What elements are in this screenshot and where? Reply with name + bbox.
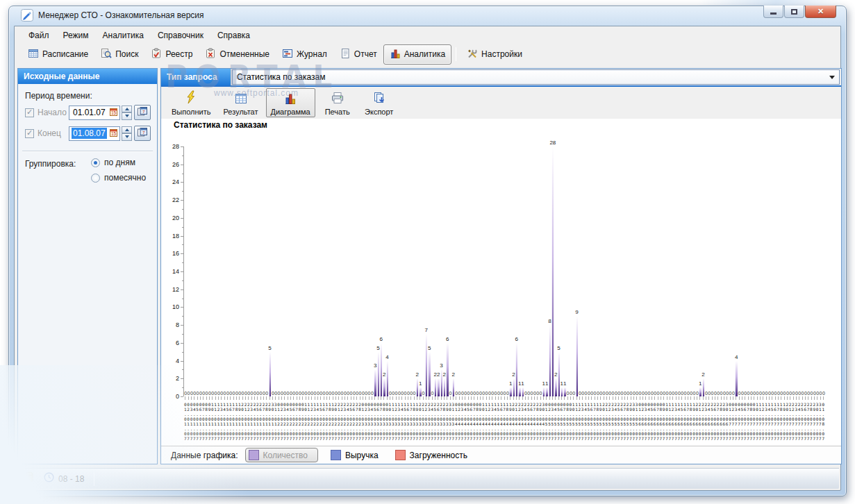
revenue-swatch [331, 450, 341, 460]
x-tick [823, 396, 824, 400]
x-tick [754, 396, 754, 400]
query-type-combobox[interactable]: Статистика по заказам [232, 69, 840, 85]
legend-button-quantity[interactable]: Количество [245, 448, 318, 462]
toolbar-button-search[interactable]: Поиск [94, 44, 144, 65]
legend-button-revenue[interactable]: Выручка [331, 450, 379, 460]
x-tick [763, 396, 763, 400]
bar [425, 334, 427, 396]
x-tick [203, 396, 204, 400]
datepicker-icon: 7 [138, 127, 147, 140]
toolbar-label: Отчет [354, 49, 377, 59]
y-tick-label: 12 [161, 286, 179, 293]
diagram-button[interactable]: Диаграмма [266, 88, 315, 117]
diagram-icon [283, 90, 297, 107]
end-label: Конец [38, 128, 69, 138]
x-tick [263, 396, 264, 400]
x-tick [345, 396, 345, 400]
toolbar-button-journal[interactable]: Журнал [276, 44, 333, 65]
start-date-field[interactable]: 01.01.07 15 [69, 106, 120, 120]
x-tick [396, 396, 397, 400]
x-tick [260, 396, 261, 400]
x-tick [215, 396, 216, 400]
menu-file[interactable]: Файл [22, 28, 56, 42]
export-button[interactable]: Экспорт [360, 88, 399, 117]
x-tick [462, 396, 463, 400]
menu-help[interactable]: Справка [210, 28, 257, 42]
client-area: Файл Режим Аналитика Справочник Справка … [14, 26, 841, 491]
spin-down-button[interactable] [122, 133, 132, 141]
y-tick [182, 316, 183, 317]
end-checkbox[interactable] [25, 129, 34, 138]
x-tick [576, 396, 577, 400]
bar-value-label: 1 [415, 381, 426, 387]
close-button[interactable]: ✕ [805, 6, 836, 18]
x-tick [793, 396, 794, 400]
start-checkbox[interactable] [25, 108, 34, 117]
toolbar-button-settings[interactable]: Настройки [460, 44, 529, 65]
x-tick [781, 396, 781, 400]
bar [509, 387, 511, 396]
end-datepicker-button[interactable]: 7 [134, 126, 151, 141]
y-tick [181, 182, 183, 183]
bar [434, 378, 436, 396]
bar-value-label: 4 [731, 355, 742, 360]
minimize-button[interactable] [763, 6, 783, 18]
legend-label: Данные графика: [171, 451, 238, 460]
end-date-spinner[interactable] [122, 126, 132, 141]
x-tick [733, 396, 733, 400]
bar [542, 387, 545, 396]
start-datepicker-button[interactable]: 7 [134, 105, 151, 120]
end-date-value: 01.08.07 [72, 128, 107, 139]
x-tick [365, 396, 366, 400]
print-button[interactable]: Печать [318, 88, 357, 117]
x-tick [681, 396, 682, 400]
start-date-spinner[interactable] [122, 106, 132, 120]
x-tick [558, 396, 559, 400]
bar-value-label: 2 [448, 372, 459, 378]
bar [699, 387, 701, 396]
x-tick [333, 396, 333, 400]
x-tick [721, 396, 722, 400]
x-tick [441, 396, 442, 400]
legend-button-load[interactable]: Загруженность [395, 450, 467, 460]
x-tick [582, 396, 583, 400]
bar-value-label: 28 [547, 140, 558, 146]
x-tick [483, 396, 483, 400]
toolbar-button-registry[interactable]: Реестр [144, 44, 199, 65]
x-tick [805, 396, 806, 400]
menu-reference[interactable]: Справочник [151, 28, 210, 42]
end-date-field[interactable]: 01.08.07 15 [69, 126, 120, 141]
toolbar-button-cancelled[interactable]: Отмененные [199, 44, 276, 65]
period-label: Период времени: [25, 91, 92, 101]
x-tick [417, 396, 417, 400]
toolbar-button-report[interactable]: Отчет [333, 44, 383, 65]
spin-down-button[interactable] [122, 112, 132, 120]
titlebar[interactable]: Менеджер СТО - Ознакомительная версия ✕ [9, 6, 846, 26]
x-tick [471, 396, 472, 400]
maximize-button[interactable] [784, 6, 804, 18]
spin-up-button[interactable] [122, 126, 132, 134]
grouping-option-by-day[interactable]: по дням [91, 158, 135, 167]
spin-up-button[interactable] [122, 106, 132, 113]
execute-button[interactable]: Выполнить [167, 88, 215, 117]
y-tick [182, 156, 183, 156]
schedule-icon [28, 48, 39, 61]
x-tick [528, 396, 529, 400]
cancelled-icon [205, 48, 216, 61]
bar-value-label: 0 [820, 391, 827, 396]
toolbar-button-schedule[interactable]: Расписание [22, 44, 94, 65]
x-tick [690, 396, 691, 400]
toolbar-button-analytics[interactable]: Аналитика [383, 44, 451, 65]
bar [515, 343, 517, 396]
x-tick [486, 396, 487, 400]
journal-icon [282, 48, 293, 61]
result-button[interactable]: Результат [218, 88, 263, 117]
menu-mode[interactable]: Режим [56, 28, 96, 42]
x-tick [279, 396, 279, 400]
x-tick [351, 396, 351, 400]
x-tick [708, 396, 709, 400]
grouping-option-monthly[interactable]: помесячно [91, 173, 146, 183]
x-tick [697, 396, 697, 400]
menu-analytics[interactable]: Аналитика [96, 28, 151, 42]
export-icon [372, 90, 386, 107]
